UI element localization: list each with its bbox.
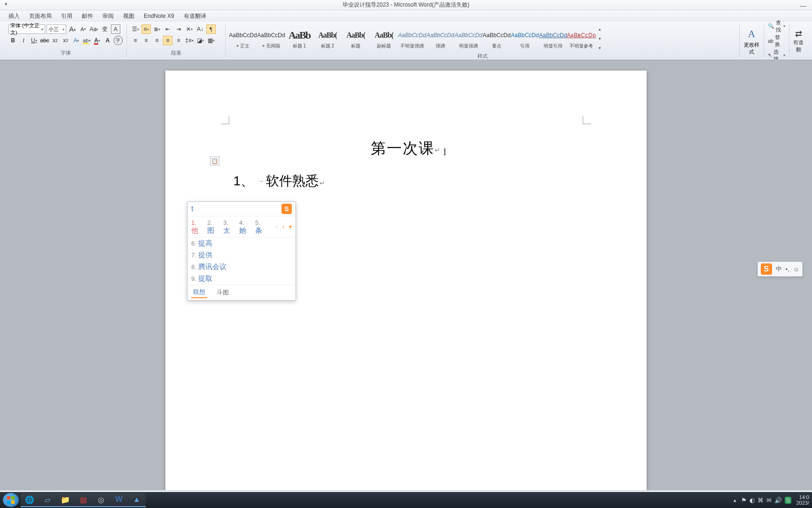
paste-options-icon[interactable]: 📋	[210, 156, 219, 166]
menu-insert[interactable]: 插入	[8, 12, 20, 20]
quick-access-dropdown[interactable]: ▾	[5, 1, 7, 7]
menu-references[interactable]: 引用	[61, 12, 72, 20]
align-justify-button[interactable]: ≡	[163, 36, 172, 45]
bold-button[interactable]: B	[8, 36, 17, 45]
asian-layout-button[interactable]: ✕▾	[185, 24, 194, 34]
ime-candidate-4[interactable]: 4.她	[239, 218, 250, 235]
sort-button[interactable]: A↓	[195, 24, 205, 34]
align-right-button[interactable]: ≡	[152, 36, 162, 45]
line-spacing-button[interactable]: ‡≡▾	[185, 36, 194, 45]
menu-mailings[interactable]: 邮件	[82, 12, 93, 20]
font-name-select[interactable]: 宋体 (中文正文)▾	[8, 24, 45, 34]
menu-endnote[interactable]: EndNote X9	[144, 13, 174, 19]
ime-tab-assoc[interactable]: 联想	[191, 287, 207, 298]
text-effects-button[interactable]: A▾	[71, 36, 80, 45]
ime-candidate-9[interactable]: 9.提取	[187, 273, 296, 285]
ime-candidate-box[interactable]: t S 1.他 2.图 3.太 4.她 5.条 ‹ › ▾ 6.提高 7.提供 …	[187, 201, 296, 301]
align-center-button[interactable]: ≡	[141, 36, 151, 45]
youdao-translate-button[interactable]: ⇄ 有道翻	[793, 29, 804, 53]
tray-icon[interactable]: S	[785, 497, 792, 504]
ime-next-icon[interactable]: ›	[282, 223, 284, 230]
document-area[interactable]: 📋 第一次课↵ I 1、 → 软件熟悉↵ 2、 →	[0, 59, 812, 492]
styles-more-button[interactable]: ▴▾▾	[596, 24, 603, 53]
strikethrough-button[interactable]: abc	[40, 36, 49, 45]
tray-icon[interactable]: ⚑	[741, 497, 747, 504]
numbering-button[interactable]: ≡▾	[141, 24, 151, 34]
increase-indent-button[interactable]: ⇥	[174, 24, 183, 34]
show-marks-button[interactable]: ¶	[206, 24, 216, 34]
char-border-button[interactable]: A	[111, 24, 120, 34]
phonetic-button[interactable]: 变	[100, 24, 109, 34]
taskbar-ie[interactable]: 🌐	[21, 493, 39, 507]
decrease-indent-button[interactable]: ⇤	[163, 24, 172, 34]
style-strong[interactable]: AaBbCcDd要点	[483, 24, 510, 53]
style-emphasis[interactable]: AaBbCcDd强调	[427, 24, 454, 53]
char-shading-button[interactable]: A	[103, 36, 112, 45]
ime-prev-icon[interactable]: ‹	[276, 223, 278, 230]
menu-view[interactable]: 视图	[123, 12, 134, 20]
document-title[interactable]: 第一次课↵ I	[229, 138, 583, 159]
tray-clock[interactable]: 14:0 2023/	[796, 494, 809, 506]
change-case-button[interactable]: Aa▾	[89, 24, 99, 34]
style-heading1[interactable]: AaBb标题 1	[286, 24, 313, 53]
ime-candidate-8[interactable]: 8.腾讯会议	[187, 261, 296, 273]
sogou-emoji-icon[interactable]: ☺	[793, 266, 799, 273]
subscript-button[interactable]: x2	[51, 36, 60, 45]
menu-youdao[interactable]: 有道翻译	[184, 12, 206, 20]
replace-button[interactable]: ab替换	[768, 34, 785, 48]
ime-candidate-7[interactable]: 7.提供	[187, 249, 296, 261]
ime-candidate-2[interactable]: 2.图	[207, 218, 219, 235]
taskbar-app2[interactable]: ◎	[92, 493, 110, 507]
ime-candidate-1[interactable]: 1.他	[191, 218, 203, 235]
style-quote[interactable]: AaBbCcDd引用	[511, 24, 539, 53]
underline-button[interactable]: U▾	[30, 36, 39, 45]
style-title[interactable]: AaBb(标题	[342, 24, 369, 53]
ime-tab-doutu[interactable]: 斗图	[215, 287, 231, 298]
ime-candidate-3[interactable]: 3.太	[223, 218, 234, 235]
style-normal[interactable]: AaBbCcDd+ 正文	[229, 24, 257, 53]
find-button[interactable]: 🔍查找 ▾	[768, 19, 785, 33]
shading-button[interactable]: ◪▾	[195, 36, 205, 45]
change-style-button[interactable]: A 更改样式	[743, 26, 760, 56]
borders-button[interactable]: ▦▾	[206, 36, 216, 45]
ime-candidate-6[interactable]: 6.提高	[187, 238, 296, 249]
list-item-1[interactable]: 1、 → 软件熟悉↵	[229, 172, 583, 190]
minimize-button[interactable]: —	[800, 2, 806, 9]
sogou-logo-icon[interactable]: S	[761, 263, 772, 275]
highlight-button[interactable]: ab▾	[82, 36, 91, 45]
taskbar-explorer[interactable]: 📁	[56, 493, 74, 507]
taskbar-app1[interactable]: ▱	[39, 493, 56, 507]
align-left-button[interactable]: ≡	[131, 36, 140, 45]
italic-button[interactable]: I	[19, 36, 28, 45]
menu-review[interactable]: 审阅	[102, 12, 114, 20]
menu-pagelayout[interactable]: 页面布局	[29, 12, 52, 20]
font-size-select[interactable]: 小三▾	[47, 24, 66, 34]
tray-icon[interactable]: ✉	[766, 497, 772, 504]
taskbar-app3[interactable]: ▲	[128, 493, 146, 507]
taskbar-pdf[interactable]: ▤	[74, 493, 92, 507]
bullets-button[interactable]: ☰▾	[131, 24, 140, 34]
style-nospacing[interactable]: AaBbCcDd+ 无间隔	[258, 24, 285, 53]
style-intense-emphasis[interactable]: AaBbCcDd明显强调	[455, 24, 482, 53]
style-intense-quote[interactable]: AaBbCcDd明显引用	[539, 24, 567, 53]
grow-font-button[interactable]: A▴	[68, 24, 77, 34]
sogou-punct[interactable]: •,	[786, 266, 789, 273]
style-subtitle[interactable]: AaBb(副标题	[370, 24, 398, 53]
style-heading2[interactable]: AaBb(标题 2	[314, 24, 341, 53]
tray-expand-icon[interactable]: ▴	[734, 497, 736, 503]
align-distribute-button[interactable]: ≡	[174, 36, 183, 45]
page-content[interactable]: 第一次课↵ I 1、 → 软件熟悉↵ 2、 →	[229, 118, 583, 492]
style-subtle-reference[interactable]: AᴀBʙCᴄDᴅ不明显参考	[568, 24, 595, 53]
start-button[interactable]	[3, 493, 19, 507]
sogou-float-bar[interactable]: S 中 •, ☺	[757, 262, 803, 277]
ime-expand-icon[interactable]: ▾	[289, 223, 292, 230]
font-color-button[interactable]: A▾	[93, 36, 102, 45]
superscript-button[interactable]: x2	[61, 36, 70, 45]
sogou-logo-icon[interactable]: S	[281, 204, 292, 214]
ime-candidate-5[interactable]: 5.条	[255, 218, 266, 235]
style-subtle-emphasis[interactable]: AaBbCcDd不明显强调	[398, 24, 426, 53]
shrink-font-button[interactable]: A▾	[78, 24, 88, 34]
enclose-char-button[interactable]: 字	[114, 36, 123, 45]
taskbar-word[interactable]: W	[110, 493, 128, 507]
tray-icon[interactable]: 🔊	[774, 497, 782, 504]
